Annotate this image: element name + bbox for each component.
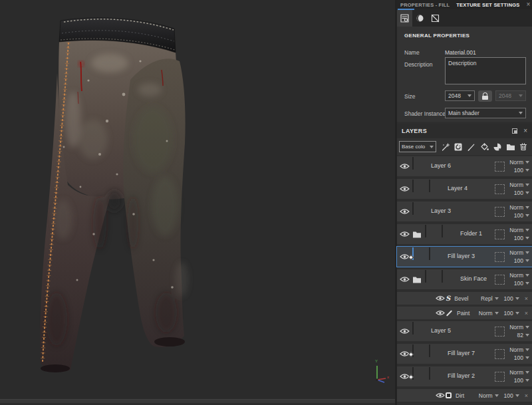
mask-thumbnail[interactable] <box>442 225 443 237</box>
opacity-dropdown[interactable]: 100 <box>514 235 529 241</box>
blend-mode-dropdown[interactable]: Norm <box>509 182 529 188</box>
blend-mode-dropdown[interactable]: Norm <box>479 310 499 317</box>
mask-thumbnail[interactable] <box>429 344 430 357</box>
layer-name[interactable]: Skin Face <box>460 275 487 282</box>
layer-name[interactable]: Layer 3 <box>431 207 451 214</box>
blend-mode-dropdown[interactable]: Norm <box>509 227 529 233</box>
layer-thumbnail[interactable] <box>412 322 414 335</box>
eye-icon[interactable] <box>397 202 412 221</box>
eye-icon[interactable] <box>397 321 412 341</box>
mask-pie-icon[interactable] <box>491 141 504 153</box>
trash-icon[interactable] <box>517 141 530 153</box>
paint-brush-icon[interactable] <box>465 141 478 153</box>
blend-mode-dropdown[interactable]: Norm <box>509 346 529 353</box>
mask-slot[interactable] <box>495 252 505 262</box>
tab-texture-set-settings[interactable]: TEXTURE SET SETTINGS <box>453 2 523 8</box>
eye-icon[interactable] <box>397 269 412 289</box>
tab-general-properties[interactable] <box>397 10 412 27</box>
mask-thumbnail[interactable] <box>429 180 430 192</box>
effect-row-bevel[interactable]: S Bevel Repl 100 × <box>397 292 532 305</box>
blend-mode-dropdown[interactable]: Norm <box>509 159 529 166</box>
eye-icon[interactable] <box>435 389 446 402</box>
mask-slot[interactable] <box>495 275 505 285</box>
mask-thumbnail[interactable] <box>429 367 430 380</box>
layer-name[interactable]: Layer 4 <box>448 185 467 192</box>
remove-effect-icon[interactable]: × <box>519 310 532 317</box>
opacity-dropdown[interactable]: 100 <box>514 212 529 219</box>
mask-slot[interactable] <box>495 372 505 382</box>
opacity-dropdown[interactable]: 100 <box>504 310 519 317</box>
mask-slot[interactable] <box>495 184 505 194</box>
add-folder-icon[interactable] <box>504 141 517 153</box>
channel-filter-dropdown[interactable]: Base colo <box>399 141 436 152</box>
effect-name[interactable]: Bevel <box>454 295 468 302</box>
layer-row-fill-layer-3-selected[interactable]: Fill layer 3 Norm 100 <box>397 247 532 267</box>
blend-mode-dropdown[interactable]: Norm <box>509 272 529 279</box>
adjustment-layer-icon[interactable] <box>452 141 466 153</box>
layer-row-layer-4[interactable]: Layer 4 Norm 100 <box>397 179 532 199</box>
opacity-dropdown[interactable]: 100 <box>514 167 529 174</box>
layer-row-skin-face[interactable]: Skin Face Norm 100 <box>397 269 532 289</box>
effect-name[interactable]: Paint <box>457 310 469 317</box>
layer-thumbnail[interactable] <box>425 225 426 237</box>
viewport-3d[interactable]: Y x <box>0 0 395 405</box>
folder-icon[interactable] <box>412 224 424 244</box>
tab-material-sphere[interactable] <box>412 10 428 27</box>
shader-instance-dropdown[interactable]: Main shader <box>445 108 526 118</box>
layer-thumbnail[interactable] <box>412 202 414 215</box>
lock-ratio-button[interactable] <box>478 90 492 102</box>
layer-thumbnail[interactable] <box>412 157 414 170</box>
fill-thumbnail[interactable] <box>412 344 414 357</box>
size-dropdown[interactable]: 2048 <box>445 90 475 101</box>
layer-row-folder-1[interactable]: Folder 1 Norm 100 <box>397 224 532 244</box>
blend-mode-dropdown[interactable]: Norm <box>509 324 529 331</box>
eye-icon[interactable] <box>435 292 446 305</box>
remove-effect-icon[interactable]: × <box>519 295 532 302</box>
mask-slot[interactable] <box>495 349 505 359</box>
layer-row-fill-layer-2[interactable]: Fill layer 2 Norm 100 <box>397 366 532 386</box>
name-value[interactable]: Material.001 <box>445 49 476 56</box>
blend-mode-dropdown[interactable]: Norm <box>509 249 529 256</box>
eye-icon[interactable] <box>397 156 412 176</box>
effect-name[interactable]: Dirt <box>456 392 464 399</box>
description-field[interactable]: Description <box>445 57 526 84</box>
mask-slot[interactable] <box>495 207 505 217</box>
blend-mode-dropdown[interactable]: Norm <box>509 369 529 376</box>
mask-thumbnail[interactable] <box>429 247 430 260</box>
tab-uv-mesh[interactable] <box>428 10 443 27</box>
mask-slot[interactable] <box>495 327 505 337</box>
layer-name[interactable]: Layer 5 <box>431 327 451 334</box>
pants-model[interactable] <box>0 0 395 405</box>
blend-mode-dropdown[interactable]: Norm <box>479 392 499 399</box>
fill-thumbnail[interactable] <box>412 367 414 380</box>
eye-icon[interactable] <box>397 179 412 199</box>
mask-slot[interactable] <box>495 229 505 239</box>
tab-properties-fill[interactable]: PROPERTIES - FILL <box>397 2 453 8</box>
effect-row-paint[interactable]: Paint Norm 100 × <box>397 307 532 319</box>
opacity-dropdown[interactable]: 100 <box>514 280 529 287</box>
opacity-dropdown[interactable]: 100 <box>504 295 519 302</box>
fill-thumbnail[interactable] <box>412 247 414 260</box>
opacity-dropdown[interactable]: 100 <box>514 377 529 384</box>
opacity-dropdown[interactable]: 100 <box>514 257 529 264</box>
mask-slot[interactable] <box>495 162 505 172</box>
effect-row-dirt[interactable]: Dirt Norm 100 × <box>397 389 532 402</box>
layer-row-fill-layer-7[interactable]: Fill layer 7 Norm 100 <box>397 344 532 364</box>
layer-name[interactable]: Fill layer 3 <box>448 253 475 259</box>
float-panel-icon[interactable] <box>512 128 517 134</box>
layer-row-layer-6[interactable]: Layer 6 Norm 100 <box>397 156 532 176</box>
layer-row-layer-5[interactable]: Layer 5 Norm 82 <box>397 321 532 341</box>
eye-icon[interactable] <box>435 307 446 319</box>
magic-wand-icon[interactable] <box>439 141 452 153</box>
eye-icon[interactable] <box>397 224 412 244</box>
opacity-dropdown[interactable]: 100 <box>504 392 519 399</box>
close-icon[interactable]: × <box>523 1 532 8</box>
layer-name[interactable]: Layer 6 <box>431 162 451 169</box>
blend-mode-dropdown[interactable]: Norm <box>509 204 529 211</box>
layer-name[interactable]: Fill layer 2 <box>448 372 475 379</box>
layer-name[interactable]: Fill layer 7 <box>448 350 475 356</box>
opacity-dropdown[interactable]: 100 <box>514 354 529 361</box>
layer-name[interactable]: Folder 1 <box>460 230 482 237</box>
folder-icon[interactable] <box>412 269 424 289</box>
opacity-dropdown[interactable]: 82 <box>517 332 529 338</box>
